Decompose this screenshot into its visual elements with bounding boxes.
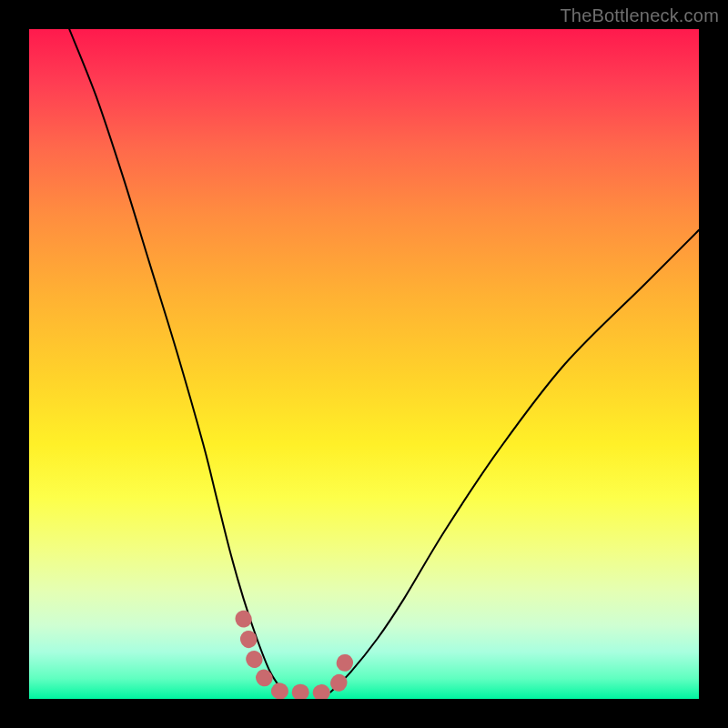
chart-layer [69, 29, 699, 693]
right-curve [330, 230, 699, 693]
plot-area [29, 29, 699, 699]
chart-stage: TheBottleneck.com [0, 0, 728, 728]
valley-marker [244, 619, 351, 693]
chart-svg [29, 29, 699, 699]
left-curve [69, 29, 284, 693]
watermark-text: TheBottleneck.com [560, 5, 719, 26]
